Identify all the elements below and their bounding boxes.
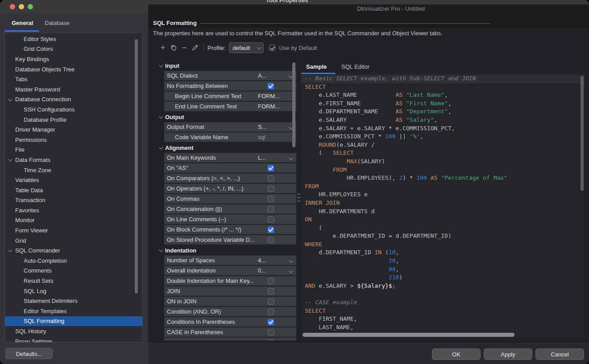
chevron-down-icon[interactable] [8, 248, 12, 252]
section-alignment[interactable]: Alignment [157, 143, 296, 153]
property-then-in-case[interactable]: THEN in CASE [164, 338, 296, 340]
property-checkbox[interactable] [268, 278, 274, 284]
property-checkbox[interactable] [268, 339, 274, 341]
sidebar-item-proxy-settings[interactable]: Proxy Settings [5, 336, 142, 343]
ok-button[interactable]: OK [432, 348, 481, 360]
property-checkbox[interactable] [268, 309, 274, 315]
sidebar-item-data-formats[interactable]: Data Formats [5, 155, 142, 165]
property-on-comparators[interactable]: On Comparators (=, <, >, ...) [164, 174, 296, 183]
sidebar-item-result-sets[interactable]: Result Sets [5, 276, 142, 286]
property-checkbox[interactable] [268, 83, 274, 89]
property-double-indentation-for-main-key[interactable]: Double Indentation for Main Key... [164, 276, 296, 285]
sidebar-item-transaction[interactable]: Transaction [5, 195, 142, 206]
property-value[interactable]: 0... [258, 267, 266, 274]
edit-profile-button[interactable] [190, 43, 200, 53]
sidebar-item-monitor[interactable]: Monitor [5, 215, 142, 226]
chevron-down-icon[interactable] [289, 258, 293, 263]
cancel-button[interactable]: Cancel [535, 348, 584, 360]
zoom-window-icon[interactable] [28, 4, 33, 9]
property-checkbox[interactable] [268, 206, 274, 212]
property-on-as[interactable]: On "AS" [164, 163, 296, 173]
defaults-button[interactable]: Defaults... [5, 348, 53, 359]
property-on-operators-in[interactable]: On Operators (+, -, *, /, IN, ...) [164, 184, 296, 193]
property-checkbox[interactable] [268, 175, 274, 182]
sidebar-item-database-objects-tree[interactable]: Database Objects Tree [5, 64, 142, 74]
property-output-format[interactable]: Output FormatS... [164, 122, 296, 132]
copy-profile-button[interactable] [169, 43, 178, 53]
property-checkbox[interactable] [268, 196, 274, 202]
property-condition-and-or[interactable]: Condition (AND, OR) [164, 307, 296, 316]
property-no-formatting-between[interactable]: No Formatting Between [164, 81, 296, 91]
section-indentation[interactable]: Indentation [157, 245, 296, 256]
property-number-of-spaces[interactable]: Number of Spaces4... [164, 256, 296, 265]
chevron-down-icon[interactable] [289, 269, 293, 273]
minimize-window-icon[interactable] [19, 4, 24, 9]
property-code-variable-name[interactable]: Code Variable Namesql [164, 132, 296, 142]
sidebar-item-grid[interactable]: Grid [5, 236, 142, 246]
property-sql-dialect[interactable]: SQL DialectA... [164, 71, 296, 80]
sidebar-item-auto-completion[interactable]: Auto-Completion [5, 256, 142, 266]
panel-splitter-handle[interactable] [296, 191, 301, 204]
sidebar-item-table-data[interactable]: Table Data [5, 185, 142, 195]
property-checkbox[interactable] [268, 186, 274, 192]
sidebar-item-sql-commander[interactable]: SQL Commander [5, 245, 142, 256]
tab-database[interactable]: Database [45, 20, 70, 26]
property-value[interactable]: FORM... [258, 103, 280, 110]
property-conditions-in-parentheses[interactable]: Conditions In Parentheses [164, 317, 296, 327]
property-case-in-parentheses[interactable]: CASE in Parentheses [164, 327, 296, 337]
sidebar-item-permissions[interactable]: Permissions [5, 135, 142, 145]
chevron-down-icon[interactable] [8, 157, 12, 161]
profile-select[interactable]: default [229, 42, 264, 53]
property-overall-indentation[interactable]: Overall Indentation0... [164, 266, 296, 275]
property-checkbox[interactable] [268, 227, 274, 233]
tab-sample[interactable]: Sample [306, 63, 327, 70]
remove-profile-button[interactable]: − [179, 43, 189, 53]
add-profile-button[interactable]: + [158, 43, 168, 53]
use-by-default-checkbox[interactable] [269, 45, 275, 51]
sidebar-item-master-password[interactable]: Master Password [5, 84, 142, 95]
property-on-concatenation[interactable]: On Concatenation (||) [164, 204, 296, 214]
sidebar-item-favorites[interactable]: Favorites [5, 205, 142, 215]
sidebar-item-time-zone[interactable]: Time Zone [5, 165, 142, 175]
sidebar-item-form-viewer[interactable]: Form Viewer [5, 225, 142, 236]
property-on-in-join[interactable]: ON in JOIN [164, 297, 296, 306]
sidebar-item-comments[interactable]: Comments [5, 266, 142, 276]
code-vertical-scrollbar-thumb[interactable] [581, 76, 584, 191]
section-input[interactable]: Input [157, 61, 296, 71]
property-checkbox[interactable] [268, 319, 274, 325]
tab-general[interactable]: General [12, 20, 33, 26]
property-value[interactable]: S... [258, 124, 267, 130]
chevron-down-icon[interactable] [8, 97, 12, 101]
sidebar-item-sql-log[interactable]: SQL Log [5, 286, 142, 296]
sidebar-item-file[interactable]: File [5, 145, 142, 155]
property-value[interactable]: sql [258, 134, 265, 141]
close-window-icon[interactable] [10, 4, 15, 9]
apply-button[interactable]: Apply [484, 348, 532, 360]
tab-sql-editor[interactable]: SQL Editor [341, 63, 369, 70]
sidebar-item-editor-styles[interactable]: Editor Styles [5, 34, 142, 44]
property-end-line-comment-text[interactable]: End Line Comment TextFORM... [164, 102, 296, 111]
property-value[interactable]: 4... [258, 257, 266, 264]
property-checkbox[interactable] [268, 216, 274, 223]
sidebar-item-variables[interactable]: Variables [5, 175, 142, 185]
property-checkbox[interactable] [268, 329, 274, 335]
sidebar-item-key-bindings[interactable]: Key Bindings [5, 54, 142, 64]
property-checkbox[interactable] [268, 298, 274, 305]
chevron-down-icon[interactable] [289, 156, 293, 160]
sidebar-item-database-profile[interactable]: Database Profile [5, 115, 142, 125]
property-on-commas[interactable]: On Commas [164, 194, 296, 203]
property-on-stored-procedure-variable-d[interactable]: On Stored Procedure Variable D... [164, 235, 296, 244]
property-on-main-keywords[interactable]: On Main KeywordsL... [164, 153, 296, 162]
section-output[interactable]: Output [157, 112, 296, 122]
property-begin-line-comment-text[interactable]: Begin Line Comment TextFORM... [164, 91, 296, 101]
code-horizontal-scrollbar-thumb[interactable] [303, 333, 514, 337]
property-checkbox[interactable] [268, 165, 274, 171]
property-on-block-comments[interactable]: On Block Comments (/* ... */) [164, 225, 296, 234]
options-scrollbar-thumb[interactable] [292, 62, 295, 147]
sidebar-item-sql-history[interactable]: SQL History [5, 326, 142, 336]
sidebar-item-ssh-configurations[interactable]: SSH Configurations [5, 104, 142, 115]
sql-sample-preview[interactable]: -- Basic SELECT example, with Sub-SELECT… [301, 74, 585, 338]
sidebar-item-statement-delimiters[interactable]: Statement Delimiters [5, 296, 142, 306]
sidebar-item-tabs[interactable]: Tabs [5, 74, 142, 84]
sidebar-item-grid-colors[interactable]: Grid Colors [5, 44, 142, 54]
